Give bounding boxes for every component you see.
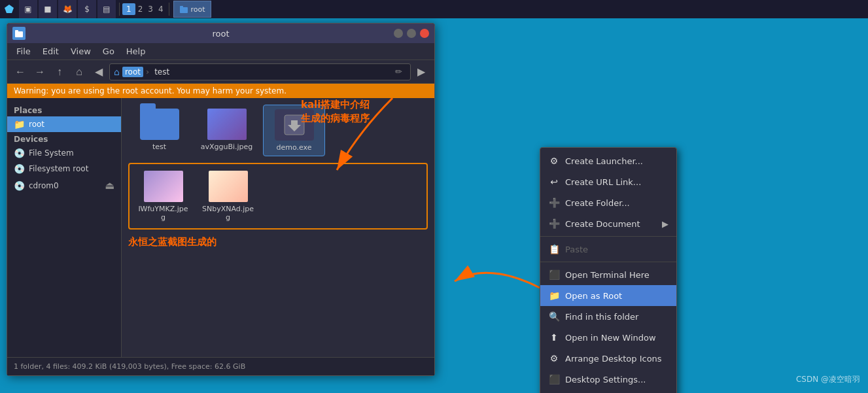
file-name-SNbyXNAd: SNbyXNAd.jpeg: [201, 205, 255, 222]
sidebar-item-filesystem-root[interactable]: 💿 Filesystem root: [7, 161, 121, 177]
open-as-root-icon: 📁: [548, 290, 560, 301]
maximize-button[interactable]: [407, 29, 416, 38]
ctx-open-new-window[interactable]: ⬆ Open in New Window: [540, 327, 676, 348]
ctx-paste-label: Paste: [565, 245, 588, 254]
taskbar-app-icon: [0, 0, 18, 18]
sidebar-item-root[interactable]: 📁 root: [7, 116, 121, 132]
ctx-create-document[interactable]: ➕ Create Document ▶: [540, 213, 676, 234]
create-folder-icon: ➕: [548, 197, 560, 209]
next-location-button[interactable]: ▶: [412, 63, 430, 81]
ctx-open-as-root-label: Open as Root: [565, 291, 622, 301]
cdrom-icon: 💿: [14, 180, 25, 191]
taskbar-separator-1: [119, 3, 120, 16]
fm-toolbar: ← → ↑ ⌂ ◀ ⌂ root › test ✏ ▶: [7, 60, 434, 84]
menu-go[interactable]: Go: [97, 45, 120, 58]
ctx-separator-2: [540, 262, 676, 262]
sidebar-item-root-label: root: [29, 120, 44, 129]
fm-statusbar: 1 folder, 4 files: 409.2 KiB (419,003 by…: [7, 357, 434, 375]
thumbnail-avXgguBi: [207, 109, 247, 140]
taskbar-file-manager-btn[interactable]: root: [173, 1, 211, 18]
fm-window-title: root: [212, 29, 229, 39]
taskbar-btn-2[interactable]: ■: [39, 0, 57, 18]
selected-group-border: IWfuYMKZ.jpeg SNbyXNAd.jpeg: [128, 163, 428, 230]
thumbnail-img-SNbyXNAd: [209, 171, 248, 202]
ctx-create-document-label: Create Document: [565, 219, 640, 229]
fm-address-bar: ⌂ root › test ✏: [109, 63, 411, 80]
sidebar-item-filesystem-label: File System: [29, 148, 74, 158]
fm-warning-bar: Warning: you are using the root account.…: [7, 84, 434, 98]
ctx-desktop-settings-label: Desktop Settings...: [565, 375, 646, 384]
svg-rect-4: [15, 30, 18, 32]
taskbar-separator-2: [169, 3, 169, 16]
desktop-settings-icon: ⬛: [548, 373, 560, 385]
ctx-create-folder-label: Create Folder...: [565, 198, 630, 208]
file-item-test[interactable]: test: [128, 105, 190, 156]
menu-file[interactable]: File: [11, 45, 36, 58]
taskbar-btn-1[interactable]: ▣: [19, 0, 37, 18]
ctx-desktop-settings[interactable]: ⬛ Desktop Settings...: [540, 369, 676, 390]
file-name-IWfuYMKZ: IWfuYMKZ.jpeg: [136, 205, 190, 222]
svg-rect-1: [180, 7, 188, 13]
file-name-demoexe: demo.exe: [276, 143, 311, 152]
file-item-avXgguBi[interactable]: avXgguBi.jpeg: [196, 105, 258, 156]
exe-icon-demo: [275, 109, 314, 141]
ctx-arrange-icons[interactable]: ⚙ Arrange Desktop Icons: [540, 348, 676, 369]
workspace-4[interactable]: 4: [156, 5, 166, 14]
file-manager-window: root File Edit View Go Help ← → ↑ ⌂ ◀ ⌂ …: [7, 23, 435, 376]
fm-sidebar: Places 📁 root Devices 💿 File System 💿 Fi…: [7, 98, 122, 357]
paste-icon: 📋: [548, 243, 560, 255]
ctx-separator-1: [540, 236, 676, 237]
minimize-button[interactable]: [394, 29, 403, 38]
file-name-avXgguBi: avXgguBi.jpeg: [201, 143, 253, 151]
taskbar-btn-3[interactable]: 🦊: [58, 0, 77, 18]
ctx-applications[interactable]: ⬛ Applications ▶: [540, 390, 676, 393]
close-button[interactable]: [420, 29, 429, 38]
ctx-create-url-label: Create URL Link...: [565, 177, 641, 187]
sidebar-item-cdrom[interactable]: 💿 cdrom0 ⏏: [7, 177, 121, 194]
workspace-3[interactable]: 3: [145, 5, 156, 14]
taskbar-btn-5[interactable]: ▤: [97, 0, 116, 18]
files-grid: test avXgguBi.jpeg demo.exe: [128, 105, 428, 156]
menu-edit[interactable]: Edit: [37, 45, 64, 58]
svg-marker-0: [5, 5, 14, 13]
fm-titlebar: root: [7, 24, 434, 43]
ctx-open-terminal[interactable]: ⬛ Open Terminal Here: [540, 264, 676, 285]
back-button[interactable]: ←: [11, 63, 29, 81]
ctx-create-url-link[interactable]: ↩ Create URL Link...: [540, 171, 676, 192]
address-separator: ›: [146, 67, 149, 77]
workspace-2[interactable]: 2: [135, 5, 146, 14]
address-part-test[interactable]: test: [152, 67, 172, 77]
menu-view[interactable]: View: [65, 45, 96, 58]
file-name-test: test: [152, 143, 166, 151]
devices-section-title: Devices: [7, 132, 121, 145]
menu-help[interactable]: Help: [121, 45, 151, 58]
desktop-watermark: CSDN @凌空暗羽: [796, 374, 860, 385]
ctx-paste[interactable]: 📋 Paste: [540, 239, 676, 260]
ctx-find-in-folder[interactable]: 🔍 Find in this folder: [540, 306, 676, 327]
file-item-SNbyXNAd[interactable]: SNbyXNAd.jpeg: [197, 167, 259, 226]
taskbar-btn-4[interactable]: $: [78, 0, 96, 18]
address-part-root[interactable]: root: [122, 67, 143, 77]
open-new-window-icon: ⬆: [548, 332, 560, 343]
thumbnail-IWfuYMKZ: [144, 171, 183, 202]
eject-icon[interactable]: ⏏: [105, 179, 114, 192]
context-menu: ⚙ Create Launcher... ↩ Create URL Link..…: [540, 147, 677, 393]
arrange-icons-icon: ⚙: [548, 352, 560, 364]
ctx-open-terminal-label: Open Terminal Here: [565, 270, 650, 280]
home-button[interactable]: ⌂: [70, 63, 88, 81]
ctx-create-folder[interactable]: ➕ Create Folder...: [540, 192, 676, 213]
create-document-icon: ➕: [548, 218, 560, 230]
folder-icon-test: [140, 109, 179, 140]
file-item-demoexe[interactable]: demo.exe: [263, 105, 325, 156]
statusbar-text: 1 folder, 4 files: 409.2 KiB (419,003 by…: [14, 362, 245, 371]
workspace-1[interactable]: 1: [122, 3, 135, 15]
up-button[interactable]: ↑: [50, 63, 69, 81]
prev-location-button[interactable]: ◀: [90, 63, 108, 81]
address-edit-button[interactable]: ✏: [391, 64, 406, 80]
ctx-create-launcher[interactable]: ⚙ Create Launcher...: [540, 150, 676, 171]
root-folder-icon: 📁: [14, 119, 25, 129]
forward-button[interactable]: →: [31, 63, 49, 81]
sidebar-item-filesystem[interactable]: 💿 File System: [7, 145, 121, 161]
file-item-IWfuYMKZ[interactable]: IWfuYMKZ.jpeg: [132, 167, 194, 226]
ctx-open-as-root[interactable]: 📁 Open as Root: [540, 285, 676, 306]
